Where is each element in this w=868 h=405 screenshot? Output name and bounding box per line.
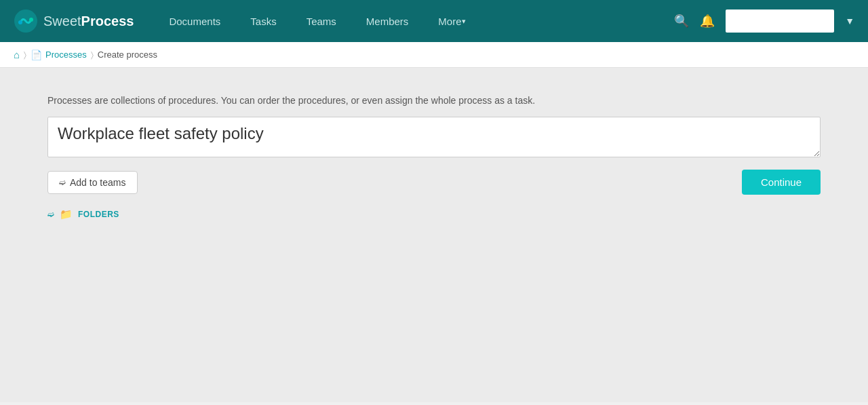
- nav-documents[interactable]: Documents: [154, 0, 235, 42]
- main-content: Processes are collections of procedures.…: [0, 68, 868, 402]
- form-container: Processes are collections of procedures.…: [47, 95, 821, 220]
- navbar: SweetProcess Documents Tasks Teams Membe…: [0, 0, 868, 42]
- chevron-right-folders-icon: ➫: [47, 210, 54, 219]
- bell-icon[interactable]: 🔔: [700, 14, 715, 28]
- folder-icon: 📁: [60, 208, 73, 220]
- breadcrumb: ⌂ 〉 📄 Processes 〉 Create process: [0, 42, 868, 68]
- brand-name: SweetProcess: [43, 14, 134, 29]
- folders-label: FOLDERS: [78, 210, 119, 219]
- svg-point-2: [29, 18, 33, 22]
- form-description: Processes are collections of procedures.…: [47, 95, 821, 106]
- svg-point-1: [18, 20, 22, 24]
- chevron-right-icon: ➫: [59, 178, 66, 187]
- nav-more[interactable]: More: [423, 0, 480, 42]
- breadcrumb-processes-link[interactable]: 📄 Processes: [31, 50, 87, 60]
- process-name-input[interactable]: Workplace fleet safety policy: [47, 117, 821, 157]
- search-icon[interactable]: 🔍: [674, 14, 689, 28]
- folders-section[interactable]: ➫ 📁 FOLDERS: [47, 208, 821, 220]
- nav-search-input[interactable]: [726, 9, 834, 33]
- nav-account-dropdown-icon[interactable]: ▼: [845, 16, 854, 26]
- add-to-teams-button[interactable]: ➫ Add to teams: [47, 171, 138, 194]
- breadcrumb-current: Create process: [98, 50, 157, 60]
- sweetprocess-logo-icon: [14, 9, 38, 33]
- continue-button[interactable]: Continue: [742, 170, 821, 195]
- processes-icon: 📄: [31, 50, 42, 60]
- nav-tasks[interactable]: Tasks: [235, 0, 291, 42]
- nav-teams[interactable]: Teams: [292, 0, 351, 42]
- breadcrumb-sep-2: 〉: [91, 50, 94, 60]
- nav-members[interactable]: Members: [351, 0, 424, 42]
- nav-right: 🔍 🔔 ▼: [674, 9, 854, 33]
- nav-links: Documents Tasks Teams Members More: [154, 0, 674, 42]
- form-actions: ➫ Add to teams Continue: [47, 170, 821, 195]
- breadcrumb-sep-1: 〉: [24, 50, 26, 60]
- breadcrumb-home-icon[interactable]: ⌂: [14, 49, 20, 60]
- brand-logo[interactable]: SweetProcess: [14, 9, 134, 33]
